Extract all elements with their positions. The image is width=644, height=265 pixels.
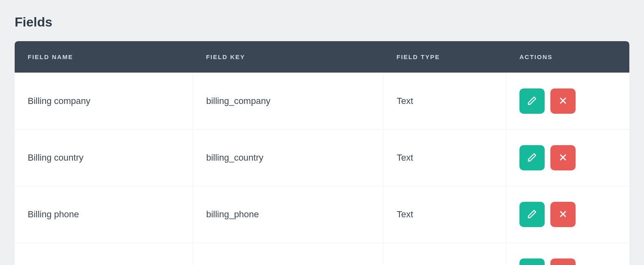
cell-field-key: shipping_address_1 [193, 243, 383, 265]
delete-button[interactable] [550, 88, 576, 114]
cell-field-name: Billing company [15, 73, 193, 130]
fields-table: FIELD NAME FIELD KEY FIELD TYPE ACTIONS … [15, 41, 629, 265]
close-icon [558, 209, 568, 220]
col-header-name: FIELD NAME [15, 41, 193, 73]
table-row: Billing phone billing_phone Text [15, 186, 629, 243]
delete-button[interactable] [550, 258, 576, 265]
delete-button[interactable] [550, 202, 576, 227]
close-icon [558, 96, 568, 107]
cell-actions [506, 186, 629, 243]
delete-button[interactable] [550, 145, 576, 170]
col-header-actions: ACTIONS [506, 41, 629, 73]
col-header-key: FIELD KEY [193, 41, 383, 73]
cell-actions [506, 130, 629, 186]
cell-field-key: billing_phone [193, 186, 383, 243]
edit-button[interactable] [519, 88, 545, 114]
close-icon [558, 152, 568, 163]
table-row: Billing company billing_company Text [15, 73, 629, 130]
cell-field-key: billing_company [193, 73, 383, 130]
cell-field-name: Shipping address [15, 243, 193, 265]
edit-button[interactable] [519, 145, 545, 170]
cell-field-name: Billing country [15, 130, 193, 186]
cell-field-type: Text [383, 186, 506, 243]
table-row: Shipping address shipping_address_1 Text [15, 243, 629, 265]
page-title: Fields [15, 15, 629, 30]
cell-field-type: Text [383, 130, 506, 186]
col-header-type: FIELD TYPE [383, 41, 506, 73]
cell-field-name: Billing phone [15, 186, 193, 243]
cell-actions [506, 243, 629, 265]
cell-actions [506, 73, 629, 130]
cell-field-type: Text [383, 243, 506, 265]
pencil-icon [527, 152, 537, 163]
edit-button[interactable] [519, 202, 545, 227]
table-header-row: FIELD NAME FIELD KEY FIELD TYPE ACTIONS [15, 41, 629, 73]
table-row: Billing country billing_country Text [15, 130, 629, 186]
cell-field-key: billing_country [193, 130, 383, 186]
edit-button[interactable] [519, 258, 545, 265]
pencil-icon [527, 209, 537, 220]
cell-field-type: Text [383, 73, 506, 130]
pencil-icon [527, 96, 537, 107]
